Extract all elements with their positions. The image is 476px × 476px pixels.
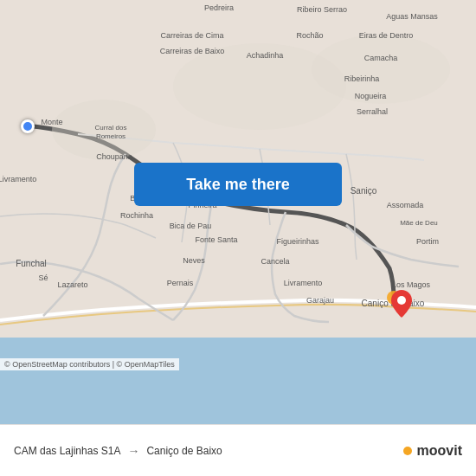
- svg-rect-2: [0, 338, 476, 424]
- svg-text:Neves: Neves: [183, 256, 205, 265]
- svg-text:Sé: Sé: [38, 273, 48, 282]
- svg-text:Bica de Pau: Bica de Pau: [170, 222, 212, 230]
- svg-text:Rochão: Rochão: [296, 31, 323, 40]
- svg-text:Livramento: Livramento: [284, 279, 323, 287]
- moovit-brand-text: moovit: [417, 443, 462, 459]
- svg-text:Garajau: Garajau: [306, 296, 334, 305]
- svg-text:Fonte Santa: Fonte Santa: [195, 235, 237, 244]
- svg-text:Rochinha: Rochinha: [120, 211, 153, 220]
- moovit-logo: moovit: [403, 443, 462, 459]
- svg-text:Lazareto: Lazareto: [57, 280, 87, 289]
- svg-text:Ribeiro Serrao: Ribeiro Serrao: [297, 5, 347, 14]
- svg-text:Carreiras de Cima: Carreiras de Cima: [160, 31, 223, 40]
- map-attribution: © OpenStreetMap contributors | © OpenMap…: [0, 358, 179, 370]
- svg-text:Mãe de Deu: Mãe de Deu: [400, 219, 438, 227]
- route-origin: CAM das Lajinhas S1A: [14, 445, 120, 457]
- origin-marker: [21, 119, 35, 133]
- svg-text:Curral dos: Curral dos: [95, 124, 127, 132]
- moovit-dot-icon: [403, 447, 412, 455]
- svg-text:Pernais: Pernais: [167, 279, 194, 287]
- svg-text:Ribeirinha: Ribeirinha: [344, 74, 380, 83]
- svg-text:Cancela: Cancela: [261, 257, 289, 266]
- svg-text:Achadinha: Achadinha: [247, 51, 284, 60]
- svg-text:Los Magos: Los Magos: [392, 280, 431, 289]
- svg-text:Romeiros: Romeiros: [96, 132, 125, 140]
- svg-text:Figueirinhas: Figueirinhas: [276, 237, 319, 246]
- svg-text:Livramento: Livramento: [0, 175, 36, 183]
- svg-text:Serralhal: Serralhal: [357, 107, 388, 116]
- svg-point-45: [397, 296, 406, 305]
- map-container: Pedreira Ribeiro Serrao Aguas Mansas Car…: [0, 0, 476, 424]
- bottom-bar: CAM das Lajinhas S1A → Caniço de Baixo m…: [0, 424, 476, 476]
- svg-text:Funchal: Funchal: [16, 259, 47, 268]
- svg-text:Monte: Monte: [41, 118, 62, 126]
- route-destination: Caniço de Baixo: [146, 445, 222, 457]
- svg-text:Camacha: Camacha: [364, 54, 398, 62]
- take-me-there-button[interactable]: Take me there: [134, 163, 342, 206]
- svg-text:Portim: Portim: [416, 237, 439, 246]
- route-arrow-icon: →: [127, 444, 139, 458]
- svg-text:Eiras de Dentro: Eiras de Dentro: [359, 31, 414, 40]
- svg-text:Choupana: Choupana: [96, 152, 132, 161]
- svg-text:Aguas Mansas: Aguas Mansas: [386, 12, 438, 21]
- route-info: CAM das Lajinhas S1A → Caniço de Baixo: [14, 444, 403, 458]
- svg-text:Nogueira: Nogueira: [355, 92, 387, 100]
- svg-text:Carreiras de Baixo: Carreiras de Baixo: [160, 47, 225, 55]
- destination-marker: [391, 290, 412, 321]
- svg-text:Pedreira: Pedreira: [204, 3, 234, 12]
- svg-text:Saniço: Saniço: [351, 186, 377, 196]
- svg-text:Assomada: Assomada: [387, 201, 424, 209]
